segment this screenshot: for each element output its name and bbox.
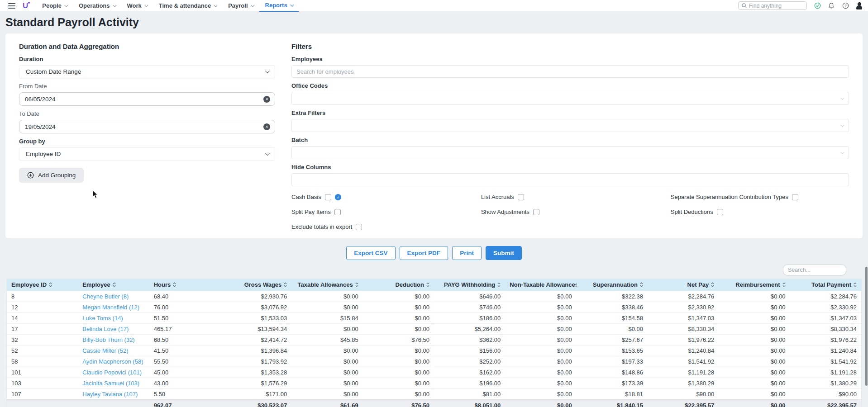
sort-icon[interactable] xyxy=(497,282,501,287)
duration-section-heading: Duration and Data Aggregation xyxy=(19,43,275,50)
employee-link[interactable]: Megan Mansfield (12) xyxy=(82,304,139,311)
separate-super-checkbox[interactable] xyxy=(792,194,798,200)
table-cell: $2,330.92 xyxy=(790,302,861,312)
export-csv-button[interactable]: Export CSV xyxy=(346,246,395,260)
employee-cell: Claudio Popovici (101) xyxy=(78,367,149,378)
page-scrollbar-thumb[interactable] xyxy=(865,267,868,386)
group-by-label: Group by xyxy=(19,138,275,145)
user-avatar[interactable] xyxy=(856,2,863,9)
clear-from-date-icon[interactable]: ✕ xyxy=(263,96,270,103)
col-net-pay[interactable]: Net Pay xyxy=(648,279,719,291)
nav-time-attendance[interactable]: Time & attendance xyxy=(153,0,222,12)
clear-to-date-icon[interactable]: ✕ xyxy=(263,123,270,130)
col-non-taxable-allowances[interactable]: Non-Taxable Allowances xyxy=(505,279,576,291)
table-cell: $1,576.29 xyxy=(220,378,291,388)
table-cell: $0.00 xyxy=(505,334,576,345)
list-accruals-option: List Accruals xyxy=(481,194,671,200)
sort-icon[interactable] xyxy=(854,282,857,287)
duration-label: Duration xyxy=(19,56,275,62)
sort-icon[interactable] xyxy=(426,282,429,287)
hamburger-menu-icon[interactable] xyxy=(8,3,15,9)
list-accruals-checkbox[interactable] xyxy=(518,194,524,200)
sort-icon[interactable] xyxy=(711,282,714,287)
table-cell: 5.50 xyxy=(149,388,220,399)
split-deductions-checkbox[interactable] xyxy=(717,209,723,215)
employee-cell: Billy-Bob Thorn (32) xyxy=(78,334,149,345)
help-icon[interactable]: ? xyxy=(842,2,849,9)
table-cell: $153.65 xyxy=(577,345,648,356)
sort-icon[interactable] xyxy=(640,282,643,287)
nav-operations[interactable]: Operations xyxy=(73,0,121,12)
nav-work[interactable]: Work xyxy=(121,0,153,12)
nav-people[interactable]: People xyxy=(36,0,73,12)
duration-select[interactable]: Custom Date Range xyxy=(19,65,275,78)
table-cell: $1,976.22 xyxy=(790,334,861,345)
from-date-input[interactable] xyxy=(25,96,263,103)
table-cell: $0.00 xyxy=(719,388,790,399)
table-cell: $18.81 xyxy=(577,388,648,399)
chevron-down-icon xyxy=(840,96,844,99)
cash-basis-checkbox[interactable] xyxy=(325,194,331,200)
employees-search-input[interactable] xyxy=(296,68,844,75)
export-pdf-button[interactable]: Export PDF xyxy=(400,246,448,260)
info-icon[interactable]: i xyxy=(335,194,341,200)
employee-link[interactable]: Belinda Love (17) xyxy=(82,326,129,332)
split-pay-items-checkbox[interactable] xyxy=(334,209,341,215)
status-check-icon[interactable] xyxy=(814,2,821,9)
to-date-input[interactable] xyxy=(25,123,263,130)
table-row: 32Billy-Bob Thorn (32)68.50$2,414.72$45.… xyxy=(7,334,861,345)
split-deductions-option: Split Deductions xyxy=(671,208,849,215)
table-body: 8Cheyne Butler (8)68.40$2,930.76$0.00$0.… xyxy=(7,291,861,399)
table-cell: $3,076.92 xyxy=(220,302,291,312)
employee-link[interactable]: Jacinita Samuel (103) xyxy=(82,380,139,387)
print-button[interactable]: Print xyxy=(452,246,482,260)
sort-icon[interactable] xyxy=(284,282,287,287)
table-search-input[interactable] xyxy=(788,267,841,273)
sort-icon[interactable] xyxy=(782,282,786,287)
sort-icon[interactable] xyxy=(173,282,176,287)
col-hours[interactable]: Hours xyxy=(149,279,220,291)
employee-link[interactable]: Billy-Bob Thorn (32) xyxy=(82,336,134,343)
submit-button[interactable]: Submit xyxy=(486,246,522,260)
notifications-bell-icon[interactable] xyxy=(828,2,835,9)
col-employee[interactable]: Employee xyxy=(78,279,149,291)
nav-payroll[interactable]: Payroll xyxy=(222,0,259,12)
table-cell: 465.17 xyxy=(149,323,220,334)
extra-filters-select[interactable] xyxy=(291,119,849,132)
chevron-down-icon xyxy=(840,150,844,154)
table-cell: $2,284.76 xyxy=(648,291,719,302)
table-cell: $0.00 xyxy=(291,367,362,378)
sort-icon[interactable] xyxy=(49,282,52,287)
employee-link[interactable]: Claudio Popovici (101) xyxy=(82,369,142,376)
col-total-payment[interactable]: Total Payment xyxy=(790,279,861,291)
global-search[interactable] xyxy=(738,1,807,10)
employee-link[interactable]: Luke Toms (14) xyxy=(82,315,123,322)
hide-columns-select[interactable] xyxy=(291,173,849,186)
total-net-pay: $22,395.57 xyxy=(648,399,719,407)
col-employee-id[interactable]: Employee ID xyxy=(7,279,78,291)
table-row: 12Megan Mansfield (12)76.00$3,076.92$0.0… xyxy=(7,302,861,312)
col-taxable-allowances[interactable]: Taxable Allowances xyxy=(291,279,362,291)
exclude-totals-checkbox[interactable] xyxy=(356,224,362,230)
nav-reports[interactable]: Reports xyxy=(259,0,299,12)
col-reimbursement[interactable]: Reimbursement xyxy=(719,279,790,291)
global-search-input[interactable] xyxy=(749,3,799,9)
employee-link[interactable]: Cheyne Butler (8) xyxy=(82,293,129,300)
app-logo[interactable]: U xyxy=(23,1,28,10)
employee-link[interactable]: Cassie Miller (52) xyxy=(82,347,128,354)
col-gross-wages[interactable]: Gross Wages xyxy=(220,279,291,291)
employee-link[interactable]: Aydin Macpherson (58) xyxy=(82,358,143,365)
group-by-select[interactable]: Employee ID xyxy=(19,147,275,161)
show-adjustments-checkbox[interactable] xyxy=(533,209,539,215)
batch-select[interactable] xyxy=(291,146,849,159)
office-codes-select[interactable] xyxy=(291,92,849,105)
table-cell: $13,594.34 xyxy=(220,323,291,334)
employee-link[interactable]: Hayley Taviana (107) xyxy=(82,391,138,398)
col-superannuation[interactable]: Superannuation xyxy=(577,279,648,291)
sort-icon[interactable] xyxy=(113,282,116,287)
col-payg-withholding[interactable]: PAYG Withholding xyxy=(434,279,505,291)
hide-columns-label: Hide Columns xyxy=(291,164,849,170)
col-deduction[interactable]: Deduction xyxy=(363,279,434,291)
add-grouping-button[interactable]: Add Grouping xyxy=(19,168,84,183)
sort-icon[interactable] xyxy=(355,282,358,287)
